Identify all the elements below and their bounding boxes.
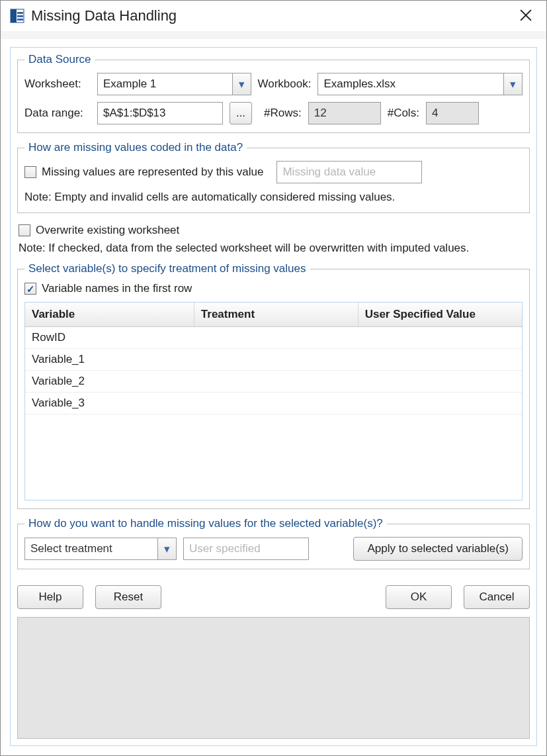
missing-value-chk-label: Missing values are represented by this v…	[42, 165, 263, 179]
coding-legend: How are missing values coded in the data…	[24, 141, 247, 154]
handle-legend: How do you want to handle missing values…	[24, 517, 387, 530]
main-panel: Data Source Worksheet: Example 1 ▾ Workb…	[10, 47, 537, 746]
cancel-button[interactable]: Cancel	[464, 585, 530, 609]
missing-value-checkbox[interactable]: Missing values are represented by this v…	[24, 165, 263, 179]
missing-value-input[interactable]: Missing data value	[276, 161, 422, 183]
cols-label: #Cols:	[388, 107, 419, 120]
cols-value: 4	[426, 102, 479, 124]
table-row[interactable]: Variable_2	[25, 371, 522, 393]
col-treatment: Treatment	[194, 303, 358, 327]
checkbox-icon	[24, 283, 36, 295]
overwrite-checkbox[interactable]: Overwrite existing worksheet	[19, 224, 528, 237]
first-row-checkbox[interactable]: Variable names in the first row	[24, 282, 523, 295]
workbook-combo[interactable]: Examples.xlsx ▾	[317, 73, 523, 95]
chevron-down-icon: ▾	[157, 538, 176, 559]
chevron-down-icon: ▾	[232, 73, 251, 95]
coding-group: How are missing values coded in the data…	[17, 141, 530, 213]
workbook-label: Workbook:	[258, 77, 312, 91]
overwrite-note: Note: If checked, data from the selected…	[19, 241, 528, 256]
app-icon	[10, 9, 24, 23]
button-row: Help Reset OK Cancel	[17, 585, 530, 609]
overwrite-label: Overwrite existing worksheet	[36, 224, 179, 237]
col-variable: Variable	[25, 303, 194, 327]
svg-rect-4	[17, 19, 23, 21]
dialog-title: Missing Data Handling	[31, 7, 515, 24]
treatment-combo[interactable]: Select treatment ▾	[24, 538, 177, 560]
ribbon-strip	[1, 31, 546, 39]
variables-table[interactable]: Variable Treatment User Specified Value …	[24, 302, 523, 500]
data-range-label: Data range:	[24, 107, 91, 120]
table-header-row: Variable Treatment User Specified Value	[25, 303, 522, 327]
data-source-legend: Data Source	[24, 53, 95, 66]
chevron-down-icon: ▾	[503, 73, 522, 95]
ok-button[interactable]: OK	[386, 585, 452, 609]
rows-value: 12	[308, 102, 381, 124]
col-user-value: User Specified Value	[358, 303, 522, 327]
first-row-label: Variable names in the first row	[42, 282, 192, 295]
worksheet-value: Example 1	[103, 77, 156, 91]
reset-button[interactable]: Reset	[95, 585, 161, 609]
variables-legend: Select variable(s) to specify treatment …	[24, 262, 310, 275]
table-row[interactable]: Variable_3	[25, 393, 522, 414]
data-source-group: Data Source Worksheet: Example 1 ▾ Workb…	[17, 53, 530, 133]
variables-group: Select variable(s) to specify treatment …	[17, 262, 530, 509]
apply-button[interactable]: Apply to selected variable(s)	[353, 537, 523, 561]
status-area	[17, 617, 530, 739]
user-specified-input[interactable]: User specified	[183, 538, 309, 560]
data-range-input[interactable]: $A$1:$D$13	[97, 102, 223, 124]
help-button[interactable]: Help	[17, 585, 83, 609]
rows-label: #Rows:	[264, 107, 302, 120]
table-row[interactable]: Variable_1	[25, 349, 522, 371]
workbook-value: Examples.xlsx	[323, 77, 396, 91]
table-row[interactable]: RowID	[25, 327, 522, 349]
svg-rect-1	[11, 9, 17, 23]
checkbox-icon	[24, 166, 36, 178]
svg-rect-3	[17, 15, 23, 17]
worksheet-combo[interactable]: Example 1 ▾	[97, 73, 251, 95]
close-button[interactable]	[515, 5, 537, 26]
coding-note: Note: Empty and invalid cells are automa…	[24, 190, 523, 205]
checkbox-icon	[19, 224, 30, 236]
worksheet-label: Worksheet:	[24, 77, 91, 91]
browse-range-button[interactable]: ...	[230, 102, 252, 124]
dialog-window: Missing Data Handling Data Source Worksh…	[0, 0, 547, 756]
handle-group: How do you want to handle missing values…	[17, 517, 530, 569]
titlebar: Missing Data Handling	[1, 1, 546, 31]
svg-rect-2	[17, 12, 23, 14]
